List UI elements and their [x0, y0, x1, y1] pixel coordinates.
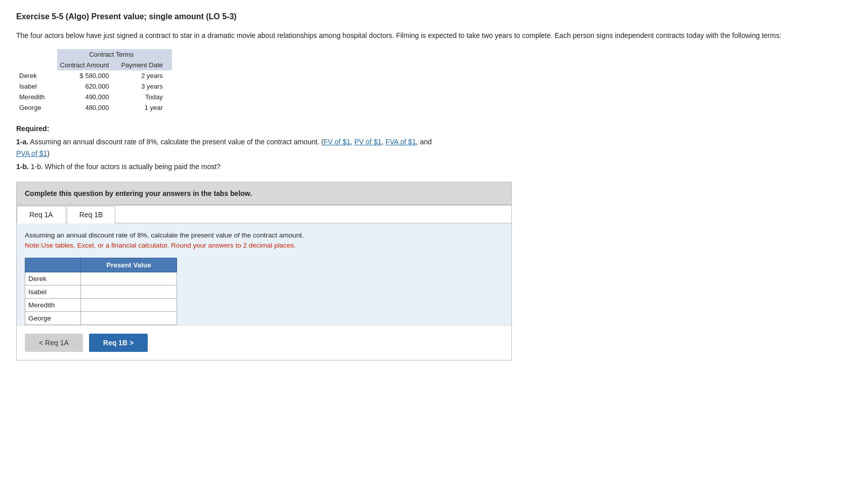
- answer-row: Isabel: [25, 286, 177, 299]
- actor-name: Isabel: [16, 81, 57, 92]
- contract-row: Meredith 490,000 Today: [16, 92, 172, 102]
- link-fva[interactable]: FVA of $1: [385, 138, 416, 146]
- answer-actor-name: Meredith: [25, 299, 81, 312]
- answer-input-cell[interactable]: [81, 312, 177, 325]
- answer-row: Meredith: [25, 299, 177, 312]
- instruction-box: Complete this question by entering your …: [16, 182, 512, 205]
- required-label: Required:: [16, 125, 49, 133]
- answer-actor-name: Derek: [25, 272, 81, 286]
- tab1a-description: Assuming an annual discount rate of 8%, …: [25, 231, 304, 239]
- answer-input-cell[interactable]: [81, 272, 177, 286]
- payment-date: 2 years: [118, 70, 171, 81]
- link-pva[interactable]: PVA of $1: [16, 149, 47, 157]
- contract-amount: 490,000: [57, 92, 118, 102]
- tab-1a-content: Assuming an annual discount rate of 8%, …: [17, 223, 511, 326]
- payment-date: 3 years: [118, 81, 171, 92]
- answer-row: Derek: [25, 272, 177, 286]
- present-value-input[interactable]: [84, 301, 173, 309]
- exercise-title: Exercise 5-5 (Algo) Present value; singl…: [16, 12, 852, 21]
- actor-name: George: [16, 102, 57, 113]
- req1b-text: 1-b. Which of the four actors is actuall…: [31, 163, 221, 171]
- present-value-input[interactable]: [84, 314, 173, 323]
- answer-input-cell[interactable]: [81, 299, 177, 312]
- contract-row: Derek $ 580,000 2 years: [16, 70, 172, 81]
- answer-table: Present Value Derek Isabel Meredith Geor…: [25, 258, 177, 325]
- req1a-paragraph: 1-a. Assuming an annual discount rate of…: [16, 136, 852, 159]
- actor-name: Derek: [16, 70, 57, 81]
- tab-req1b[interactable]: Req 1B: [67, 206, 116, 223]
- col-payment-date: Payment Date: [118, 60, 171, 70]
- contract-terms-header: Contract Terms: [57, 49, 172, 60]
- contract-amount: 480,000: [57, 102, 118, 113]
- contract-amount: $ 580,000: [57, 70, 118, 81]
- link-pv[interactable]: PV of $1: [355, 138, 382, 146]
- payment-date: 1 year: [118, 102, 171, 113]
- present-value-input[interactable]: [84, 288, 173, 296]
- contract-terms-table: Contract Terms Contract Amount Payment D…: [16, 49, 172, 113]
- link-fv[interactable]: FV of $1: [324, 138, 351, 146]
- nav-buttons: < Req 1A Req 1B >: [17, 325, 511, 360]
- req1b-paragraph: 1-b. 1-b. Which of the four actors is ac…: [16, 161, 852, 172]
- tab1a-note: Note:Use tables, Excel, or a financial c…: [25, 242, 296, 249]
- present-value-input[interactable]: [84, 274, 173, 283]
- tab-req1a[interactable]: Req 1A: [17, 206, 66, 223]
- payment-date: Today: [118, 92, 171, 102]
- answer-row: George: [25, 312, 177, 325]
- actor-name: Meredith: [16, 92, 57, 102]
- intro-text: The four actors below have just signed a…: [16, 30, 852, 41]
- answer-actor-name: Isabel: [25, 286, 81, 299]
- col-contract-amount: Contract Amount: [57, 60, 118, 70]
- prev-button[interactable]: < Req 1A: [25, 334, 83, 352]
- contract-row: George 480,000 1 year: [16, 102, 172, 113]
- tabs-row: Req 1A Req 1B: [17, 206, 511, 223]
- contract-amount: 620,000: [57, 81, 118, 92]
- contract-row: Isabel 620,000 3 years: [16, 81, 172, 92]
- answer-table-pv-header: Present Value: [81, 258, 177, 272]
- required-section: Required: 1-a. Assuming an annual discou…: [16, 123, 852, 173]
- answer-table-empty-header: [25, 258, 81, 272]
- tabs-container: Req 1A Req 1B Assuming an annual discoun…: [16, 205, 512, 361]
- answer-input-cell[interactable]: [81, 286, 177, 299]
- answer-actor-name: George: [25, 312, 81, 325]
- next-button[interactable]: Req 1B >: [89, 334, 148, 352]
